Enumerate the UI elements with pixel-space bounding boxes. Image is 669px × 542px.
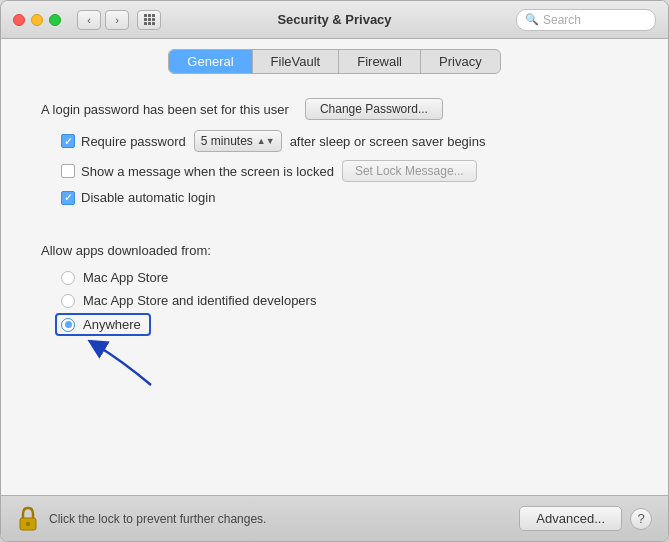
change-password-button[interactable]: Change Password... bbox=[305, 98, 443, 120]
back-button[interactable]: ‹ bbox=[77, 10, 101, 30]
dropdown-arrow-icon: ▲▼ bbox=[257, 136, 275, 146]
tab-filevault[interactable]: FileVault bbox=[253, 50, 340, 73]
tab-bar: General FileVault Firewall Privacy bbox=[1, 39, 668, 82]
advanced-button[interactable]: Advanced... bbox=[519, 506, 622, 531]
require-password-row: Require password 5 minutes ▲▼ after slee… bbox=[61, 130, 628, 152]
disable-autologin-checkbox[interactable] bbox=[61, 191, 75, 205]
bottom-bar: Click the lock to prevent further change… bbox=[1, 495, 668, 541]
set-lock-message-button[interactable]: Set Lock Message... bbox=[342, 160, 477, 182]
grid-button[interactable] bbox=[137, 10, 161, 30]
traffic-lights bbox=[13, 14, 61, 26]
require-password-checkbox[interactable] bbox=[61, 134, 75, 148]
mac-app-store-dev-label: Mac App Store and identified developers bbox=[83, 293, 316, 308]
window-title: Security & Privacy bbox=[277, 12, 391, 27]
grid-icon bbox=[144, 14, 155, 25]
radio-anywhere[interactable] bbox=[61, 318, 75, 332]
radio-mac-app-store-dev-row: Mac App Store and identified developers bbox=[61, 293, 628, 308]
close-button[interactable] bbox=[13, 14, 25, 26]
login-password-text: A login password has been set for this u… bbox=[41, 102, 289, 117]
svg-rect-1 bbox=[26, 522, 30, 526]
show-message-row: Show a message when the screen is locked… bbox=[61, 160, 628, 182]
search-icon: 🔍 bbox=[525, 13, 539, 26]
titlebar: ‹ › Security & Privacy 🔍 Search bbox=[1, 1, 668, 39]
minimize-button[interactable] bbox=[31, 14, 43, 26]
show-message-checkbox[interactable] bbox=[61, 164, 75, 178]
disable-autologin-row: Disable automatic login bbox=[61, 190, 628, 205]
main-window: ‹ › Security & Privacy 🔍 Search General … bbox=[0, 0, 669, 542]
content-area: A login password has been set for this u… bbox=[1, 82, 668, 495]
radio-mac-app-store-dev[interactable] bbox=[61, 294, 75, 308]
annotation-area bbox=[71, 330, 628, 393]
show-message-label: Show a message when the screen is locked bbox=[81, 164, 334, 179]
annotation-arrow-svg bbox=[71, 330, 191, 390]
require-password-label: Require password bbox=[81, 134, 186, 149]
search-box[interactable]: 🔍 Search bbox=[516, 9, 656, 31]
anywhere-label: Anywhere bbox=[83, 317, 141, 332]
disable-autologin-label: Disable automatic login bbox=[81, 190, 215, 205]
tab-privacy[interactable]: Privacy bbox=[421, 50, 500, 73]
lock-icon[interactable] bbox=[17, 505, 39, 533]
login-password-row: A login password has been set for this u… bbox=[41, 98, 628, 120]
allow-apps-label: Allow apps downloaded from: bbox=[41, 243, 628, 258]
mac-app-store-label: Mac App Store bbox=[83, 270, 168, 285]
nav-buttons: ‹ › bbox=[77, 10, 129, 30]
forward-button[interactable]: › bbox=[105, 10, 129, 30]
radio-mac-app-store[interactable] bbox=[61, 271, 75, 285]
radio-mac-app-store-row: Mac App Store bbox=[61, 270, 628, 285]
help-button[interactable]: ? bbox=[630, 508, 652, 530]
tab-group: General FileVault Firewall Privacy bbox=[168, 49, 500, 74]
password-timeout-dropdown[interactable]: 5 minutes ▲▼ bbox=[194, 130, 282, 152]
maximize-button[interactable] bbox=[49, 14, 61, 26]
after-sleep-label: after sleep or screen saver begins bbox=[290, 134, 486, 149]
lock-text: Click the lock to prevent further change… bbox=[49, 512, 519, 526]
anywhere-container: Anywhere bbox=[61, 317, 149, 332]
search-placeholder: Search bbox=[543, 13, 581, 27]
spacer bbox=[41, 213, 628, 243]
tab-general[interactable]: General bbox=[169, 50, 252, 73]
tab-firewall[interactable]: Firewall bbox=[339, 50, 421, 73]
